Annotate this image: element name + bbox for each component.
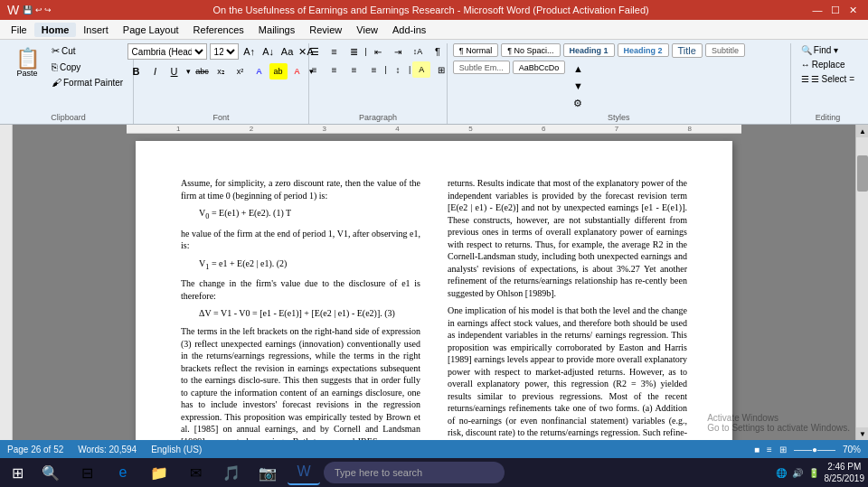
style-title[interactable]: Title — [672, 43, 703, 58]
scroll-down-button[interactable]: ▼ — [856, 427, 868, 440]
font-color-button[interactable]: A — [288, 63, 307, 80]
style-subtle-em[interactable]: Subtle Em... — [453, 61, 510, 74]
menu-review[interactable]: Review — [302, 23, 349, 37]
doc-text-2: he value of the firm at the end of perio… — [181, 228, 420, 252]
paste-button[interactable]: 📋 Paste — [9, 43, 45, 83]
vertical-scrollbar[interactable]: ▲ ▼ — [855, 125, 868, 440]
zoom-slider[interactable]: ——●—— — [794, 445, 835, 454]
system-clock[interactable]: 2:46 PM 8/25/2019 — [825, 461, 865, 484]
styles-scroll-up[interactable]: ▲ — [570, 61, 586, 77]
underline-button[interactable]: U — [165, 63, 184, 80]
replace-button[interactable]: ↔ Replace — [797, 58, 859, 71]
taskbar-search-input[interactable] — [324, 462, 505, 483]
text-highlight-button[interactable]: ab — [269, 63, 288, 80]
bullets-button[interactable]: ☰ — [306, 43, 324, 60]
editing-label: Editing — [816, 113, 841, 122]
taskbar-file-explorer[interactable]: 📁 — [143, 460, 175, 485]
taskbar-search-area — [324, 462, 772, 483]
document-page[interactable]: Assume, for simplicity, a zero discount … — [136, 141, 732, 440]
page-count[interactable]: Page 26 of 52 — [7, 445, 63, 454]
increase-indent-button[interactable]: ⇥ — [389, 43, 407, 60]
shrink-font-button[interactable]: A↓ — [260, 43, 277, 60]
menu-file[interactable]: File — [4, 23, 34, 37]
view-full-reading[interactable]: ≡ — [767, 445, 772, 454]
align-center-button[interactable]: ≡ — [326, 61, 344, 78]
clipboard-content: 📋 Paste ✂ Cut ⎘ Copy — [9, 43, 127, 102]
change-styles-button[interactable]: ⚙ — [570, 95, 586, 111]
style-normal[interactable]: ¶ Normal — [453, 43, 498, 57]
menu-add-ins[interactable]: Add-ins — [385, 23, 433, 37]
scissors-icon: ✂ — [52, 45, 60, 57]
replace-icon: ↔ — [801, 60, 810, 70]
document-scroll-area[interactable]: 1 2 3 4 5 6 7 8 Assume, for simplicity, … — [13, 125, 855, 440]
bold-button[interactable]: B — [127, 63, 146, 80]
align-right-button[interactable]: ≡ — [345, 61, 363, 78]
cut-button[interactable]: ✂ Cut — [47, 43, 127, 59]
grow-font-button[interactable]: A↑ — [241, 43, 258, 60]
change-case-button[interactable]: Aa — [279, 43, 296, 60]
font-size-select[interactable]: 12 — [210, 43, 239, 60]
decrease-indent-button[interactable]: ⇤ — [369, 43, 387, 60]
taskbar-groove-music[interactable]: 🎵 — [215, 460, 248, 485]
taskbar-task-view[interactable]: ⊟ — [71, 460, 103, 485]
menu-home[interactable]: Home — [34, 23, 77, 37]
superscript-button[interactable]: x² — [231, 63, 250, 80]
para-bottom-row: ≡ ≡ ≡ ≡ | ↕ | A ⊞ — [306, 61, 451, 78]
font-name-select[interactable]: Cambria (Headi... — [127, 43, 207, 60]
style-heading1[interactable]: Heading 1 — [563, 43, 615, 57]
taskbar-photos[interactable]: 📷 — [251, 460, 284, 485]
volume-icon: 🔊 — [792, 468, 803, 478]
style-subtitle[interactable]: Subtitle — [705, 43, 745, 57]
minimize-button[interactable]: — — [810, 4, 825, 16]
taskbar-word[interactable]: W — [288, 460, 320, 485]
sort-button[interactable]: ↕A — [409, 43, 427, 60]
style-aabbcc[interactable]: AaBbCcDo — [513, 61, 566, 74]
menu-mailings[interactable]: Mailings — [251, 23, 302, 37]
taskbar-edge[interactable]: e — [107, 460, 139, 485]
scroll-up-button[interactable]: ▲ — [856, 125, 868, 137]
justify-button[interactable]: ≡ — [365, 61, 383, 78]
ribbon-group-styles: ¶ Normal ¶ No Spaci... Heading 1 Heading… — [448, 43, 791, 124]
multilevel-list-button[interactable]: ≣ — [345, 43, 363, 60]
menu-insert[interactable]: Insert — [76, 23, 116, 37]
menu-bar: File Home Insert Page Layout References … — [0, 20, 868, 40]
align-left-button[interactable]: ≡ — [306, 61, 324, 78]
copy-button[interactable]: ⎘ Copy — [47, 60, 127, 74]
select-button[interactable]: ☰ ☰ Select = — [797, 72, 859, 86]
status-bar: Page 26 of 52 Words: 20,594 English (US)… — [0, 440, 868, 458]
word-count[interactable]: Words: 20,594 — [78, 445, 137, 454]
doc-equation-3: ΔV = V1 - V0 = [e1 - E(e1)] + [E(e2 | e1… — [199, 307, 420, 320]
shading-button[interactable]: A — [412, 61, 430, 78]
styles-scroll: ▲ ▼ ⚙ — [570, 61, 586, 111]
language-indicator[interactable]: English (US) — [151, 445, 202, 454]
strikethrough-button[interactable]: abc — [193, 63, 212, 80]
menu-references[interactable]: References — [186, 23, 251, 37]
scroll-thumb[interactable] — [857, 155, 868, 192]
font-name-row: Cambria (Headi... 12 A↑ A↓ Aa ✕A — [127, 43, 315, 60]
menu-page-layout[interactable]: Page Layout — [116, 23, 186, 37]
close-button[interactable]: ✕ — [846, 4, 861, 16]
view-web-layout[interactable]: ⊞ — [779, 445, 787, 454]
style-heading2[interactable]: Heading 2 — [618, 43, 669, 57]
italic-button[interactable]: I — [146, 63, 165, 80]
subscript-button[interactable]: x₂ — [212, 63, 231, 80]
line-spacing-button[interactable]: ↕ — [389, 61, 407, 78]
app-window: File Home Insert Page Layout References … — [0, 20, 868, 458]
scroll-track[interactable] — [856, 137, 868, 427]
find-button[interactable]: 🔍 Find ▾ — [797, 43, 859, 57]
maximize-button[interactable]: ☐ — [828, 4, 843, 16]
menu-view[interactable]: View — [349, 23, 385, 37]
taskbar-search-icon[interactable]: 🔍 — [34, 460, 67, 485]
show-formatting-button[interactable]: ¶ — [429, 43, 447, 60]
zoom-level[interactable]: 70% — [843, 445, 861, 454]
ribbon-group-paragraph: ☰ ≡ ≣ | ⇤ ⇥ ↕A ¶ ≡ ≡ ≡ — [309, 43, 448, 124]
numbering-button[interactable]: ≡ — [326, 43, 344, 60]
ribbon: 📋 Paste ✂ Cut ⎘ Copy — [0, 40, 868, 125]
style-no-spacing[interactable]: ¶ No Spaci... — [501, 43, 560, 57]
text-effects-button[interactable]: A — [250, 63, 269, 80]
taskbar-mail[interactable]: ✉ — [179, 460, 212, 485]
format-painter-button[interactable]: 🖌 Format Painter — [47, 75, 127, 89]
styles-scroll-down[interactable]: ▼ — [570, 78, 586, 94]
start-button[interactable]: ⊞ — [4, 460, 31, 485]
view-print-layout[interactable]: ■ — [754, 445, 760, 454]
